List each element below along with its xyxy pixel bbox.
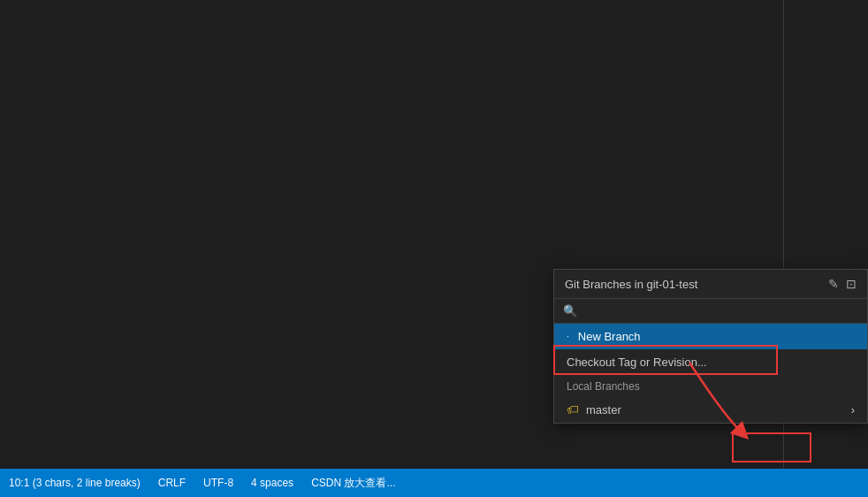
master-branch-label: master [586,403,621,417]
line-ending: CRLF [158,477,186,489]
encoding: UTF-8 [203,477,233,489]
new-branch-bullet: · [567,332,569,341]
checkout-tag-item[interactable]: Checkout Tag or Revision... [554,349,867,375]
panel-title: Git Branches in git-01-test [565,278,697,291]
master-branch-item[interactable]: 🏷 master › [554,396,867,423]
branch-arrow-icon: › [851,403,855,417]
search-icon: 🔍 [563,304,577,317]
search-row[interactable]: 🔍 [554,299,867,324]
cursor-position: 10:1 (3 chars, 2 line breaks) [9,477,141,489]
search-input[interactable] [582,304,858,317]
extra-info: CSDN 放大查看... [311,476,395,491]
git-branches-panel: Git Branches in git-01-test ✎ ⊡ 🔍 · New … [553,269,868,424]
new-branch-item[interactable]: · New Branch [554,324,867,349]
checkout-tag-label: Checkout Tag or Revision... [567,356,707,369]
new-branch-label: New Branch [578,330,641,343]
local-branches-header: Local Branches [554,375,867,396]
expand-icon[interactable]: ⊡ [846,277,857,291]
tag-icon: 🏷 [567,402,579,417]
indent-setting: 4 spaces [251,477,293,489]
status-bar: 10:1 (3 chars, 2 line breaks) CRLF UTF-8… [0,469,868,497]
panel-header: Git Branches in git-01-test ✎ ⊡ [554,270,867,299]
editor-area: Git Branches in git-01-test ✎ ⊡ 🔍 · New … [0,0,868,469]
local-branches-label: Local Branches [567,380,640,393]
edit-icon[interactable]: ✎ [828,277,839,291]
panel-icons: ✎ ⊡ [828,277,857,291]
master-red-box [732,432,811,463]
